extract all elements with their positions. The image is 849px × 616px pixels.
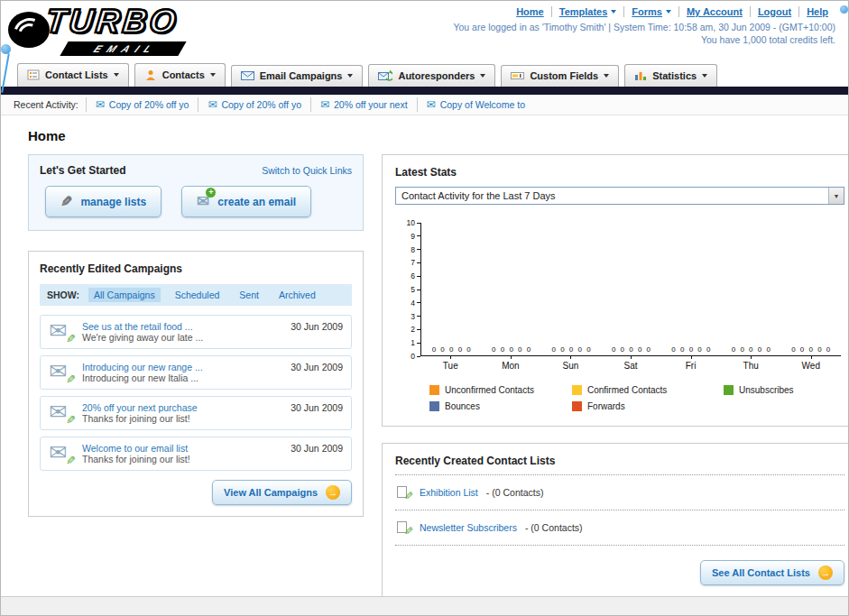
envelope-icon: ✉ [49,359,67,383]
contact-lists-panel-title: Recently Created Contact Lists [395,455,844,467]
campaign-title-link[interactable]: Welcome to our email list [82,443,188,454]
app-window: TURBO EMAIL Home Templates Forms My Acco… [0,0,849,616]
dotted-divider [395,510,844,510]
tab-contacts[interactable]: Contacts [134,63,226,87]
contact-list-detail: - (0 Contacts) [525,522,583,533]
manage-lists-button[interactable]: ✎ manage lists [45,186,161,217]
chart-x-label: Fri [660,356,721,371]
envelope-pencil-icon: ✉✎ [49,321,74,343]
logo-subtitle: EMAIL [60,41,186,56]
filter-tab-sent[interactable]: Sent [234,288,264,302]
campaign-title-link[interactable]: See us at the retail food ... [82,321,193,332]
see-all-contact-lists-label: See All Contact Lists [712,567,810,578]
stats-period-value: Contact Activity for the Last 7 Days [401,190,556,201]
recent-activity-item[interactable]: ✉Copy of 20% off yo [198,97,310,112]
campaign-date: 30 Jun 2009 [291,443,343,464]
pencil-icon: ✎ [66,372,76,386]
legend-item: Unconfirmed Contacts [429,385,572,395]
chart-legend: Unconfirmed ContactsConfirmed ContactsUn… [429,385,841,411]
pencil-icon: ✎ [404,490,413,502]
campaign-title-link[interactable]: 20% off your next purchase [82,402,198,413]
envelope-icon: ✉ [320,100,329,109]
top-navigation: Home Templates Forms My Account Logout H… [453,6,835,17]
create-email-label: create an email [217,196,296,208]
legend-item: Bounces [429,401,572,411]
campaign-list-item[interactable]: ✉✎ 20% off your next purchaseThanks for … [40,396,352,430]
tab-custom-fields[interactable]: Custom Fields [501,65,619,87]
top-nav-link-forms[interactable]: Forms [623,6,678,17]
top-nav-link-home[interactable]: Home [509,6,551,17]
switch-quick-links-link[interactable]: Switch to Quick Links [262,165,352,176]
top-nav-link-my-account[interactable]: My Account [678,6,750,17]
chart-y-tick: 4 [411,299,420,308]
tab-contact-lists[interactable]: Contact Lists [17,63,129,87]
header-right: Home Templates Forms My Account Logout H… [453,6,835,45]
pencil-icon: ✎ [60,193,72,210]
notepad-pencil-icon: ✎ [397,520,411,535]
recent-activity-item[interactable]: ✉Copy of Welcome to [417,97,534,112]
legend-item: Confirmed Contacts [572,385,724,395]
contact-list-item[interactable]: ✎ Newsletter Subscribers - (0 Contacts) [395,514,844,541]
legend-label: Bounces [445,401,480,411]
credits-info-text: You have 1,000 total credits left. [453,34,835,45]
chart-value-group: 0 0 0 0 0 [661,345,721,355]
chart-y-tick: 3 [411,312,420,321]
recently-edited-campaigns-panel: Recently Edited Campaigns SHOW: All Camp… [28,251,364,517]
envelope-icon: ✉ [49,318,67,343]
campaign-subtitle: Introducing our new Italia ... [82,372,198,383]
custom-fields-icon [511,70,524,81]
chart-x-label: Wed [780,356,841,371]
top-nav-label: Home [516,6,544,17]
chart-y-tick: 8 [411,245,420,254]
chart-plot: 0 0 0 0 00 0 0 0 00 0 0 0 00 0 0 0 00 0 … [420,223,841,356]
chart-y-tick: 5 [411,285,420,294]
speedometer-icon [8,12,50,48]
divider-bar [1,87,848,95]
create-email-button[interactable]: ✉+ create an email [181,186,311,217]
see-all-contact-lists-button[interactable]: See All Contact Lists → [700,560,844,585]
app-logo[interactable]: TURBO EMAIL [8,5,252,55]
page-footer [1,596,848,615]
statistics-icon [634,69,647,81]
tab-email-campaigns[interactable]: Email Campaigns [231,65,364,87]
page-title: Home [28,128,821,143]
campaign-list-item[interactable]: ✉✎ Introducing our new range ...Introduc… [40,355,352,390]
chart-y-tick: 9 [411,232,420,241]
main-content: Home Let's Get Started Switch to Quick L… [1,115,848,599]
callout-marker-right [840,5,848,14]
filter-tab-archived[interactable]: Archived [273,288,321,302]
top-nav-link-help[interactable]: Help [798,6,835,17]
recently-created-contact-lists-panel: Recently Created Contact Lists ✎ Exhibit… [382,443,849,599]
campaign-list-item[interactable]: ✉✎ Welcome to our email listThanks for j… [40,437,352,471]
chart-x-label: Thu [721,356,781,371]
filter-tab-all-campaigns[interactable]: All Campaigns [88,288,161,302]
chart-y-tick: 2 [411,325,420,334]
tab-statistics[interactable]: Statistics [624,64,717,87]
recent-activity-item[interactable]: ✉Copy of 20% off yo [86,97,198,112]
stats-period-select[interactable]: Contact Activity for the Last 7 Days ▼ [395,187,844,205]
recent-activity-item-label: Copy of 20% off yo [221,99,301,110]
contact-lists-icon [27,69,40,81]
caret-down-icon [347,74,353,78]
contact-list-name-link[interactable]: Exhibition List [420,487,478,498]
top-nav-link-logout[interactable]: Logout [750,6,798,17]
callout-marker-left [1,44,11,54]
campaign-title-link[interactable]: Introducing our new range ... [82,362,203,372]
campaign-subtitle: We're giving away our late ... [82,332,203,343]
envelope-plus-icon: ✉+ [197,192,209,211]
contact-list-name-link[interactable]: Newsletter Subscribers [420,522,517,533]
chart-value-group: 0 0 0 0 0 [481,345,540,355]
pencil-icon: ✎ [66,413,76,427]
campaign-list-item[interactable]: ✉✎ See us at the retail food ...We're gi… [40,315,352,349]
top-nav-link-templates[interactable]: Templates [551,6,624,17]
view-all-campaigns-button[interactable]: View All Campaigns → [212,480,352,505]
chart-y-axis: 109876543210 [399,223,420,356]
contact-list-item[interactable]: ✎ Exhibition List - (0 Contacts) [395,479,844,506]
caret-down-icon [210,73,216,77]
recent-activity-item[interactable]: ✉20% off your next [310,97,417,112]
envelope-icon: ✉ [49,400,67,424]
tab-autoresponders[interactable]: Autoresponders [368,64,495,87]
legend-label: Forwards [587,401,625,411]
filter-tab-scheduled[interactable]: Scheduled [170,288,226,302]
dotted-divider [395,474,844,475]
